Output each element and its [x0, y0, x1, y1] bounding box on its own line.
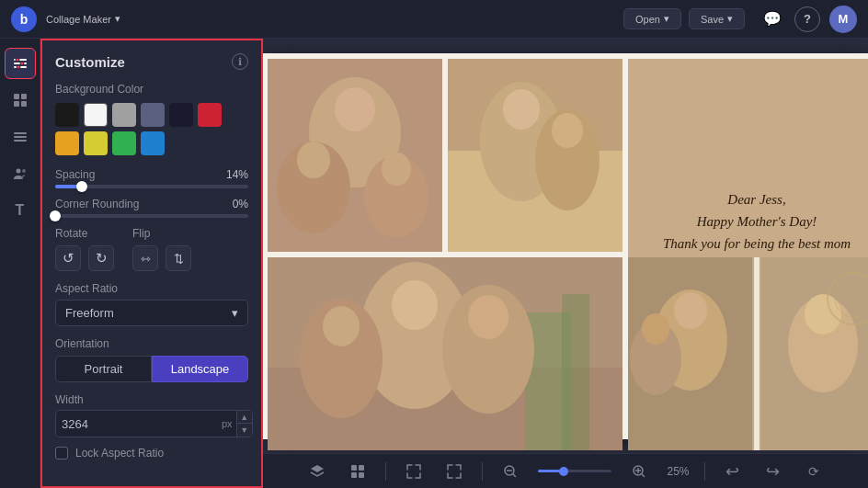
- aspect-ratio-chevron-icon: ▾: [232, 306, 238, 320]
- svg-point-14: [22, 169, 26, 173]
- zoom-in-icon[interactable]: [626, 459, 652, 484]
- spacing-slider-track[interactable]: [55, 185, 248, 188]
- portrait-button[interactable]: Portrait: [55, 356, 152, 382]
- swatch-black[interactable]: [55, 103, 79, 127]
- panel-title: Customize: [55, 54, 125, 70]
- corner-rounding-slider-track[interactable]: [55, 214, 248, 218]
- layers-icon: [12, 129, 29, 145]
- lock-aspect-ratio-row: Lock Aspect Ratio: [55, 447, 248, 460]
- width-spinners: ▲ ▼: [236, 411, 252, 437]
- background-color-label: Background Color: [55, 83, 248, 96]
- canvas-area: Dear Jess, Happy Mother's Day! Thank you…: [263, 39, 868, 488]
- svg-point-47: [805, 294, 841, 335]
- panel-info-icon[interactable]: ℹ: [232, 53, 248, 70]
- swatch-red[interactable]: [198, 103, 222, 127]
- svg-rect-6: [14, 94, 19, 99]
- svg-point-45: [642, 313, 669, 345]
- photo-cell-2[interactable]: [448, 59, 622, 252]
- svg-rect-10: [14, 132, 27, 134]
- spacing-slider-row: Spacing 14%: [55, 168, 248, 188]
- rotate-label: Rotate: [55, 227, 114, 240]
- app-name-button[interactable]: Collage Maker ▾: [46, 13, 120, 25]
- redo-button[interactable]: ↪: [760, 459, 786, 484]
- photo-2-image: [448, 59, 622, 252]
- flip-vertical-button[interactable]: ⇅: [166, 245, 191, 271]
- aspect-ratio-dropdown[interactable]: Freeform ▾: [55, 300, 248, 326]
- history-button[interactable]: ⟳: [801, 459, 827, 484]
- sidebar-item-people[interactable]: [5, 158, 36, 189]
- save-button[interactable]: Save ▾: [689, 8, 745, 29]
- flip-label: Flip: [132, 227, 191, 240]
- zoom-slider-wrap: [538, 470, 611, 472]
- swatch-darkblue[interactable]: [169, 103, 193, 127]
- sidebar-item-layers[interactable]: [5, 121, 36, 153]
- rotate-cw-button[interactable]: ↻: [88, 245, 114, 271]
- swatch-green[interactable]: [112, 131, 136, 155]
- bottom-divider-3: [704, 462, 705, 481]
- text-icon: T: [16, 202, 25, 219]
- canvas-container: Dear Jess, Happy Mother's Day! Thank you…: [263, 39, 868, 453]
- people-icon: [12, 165, 29, 182]
- app-name-chevron: ▾: [115, 13, 120, 25]
- icon-bar: T: [0, 39, 40, 488]
- undo-button[interactable]: ↩: [720, 459, 746, 484]
- svg-point-37: [468, 295, 508, 339]
- lock-aspect-ratio-label: Lock Aspect Ratio: [75, 447, 164, 460]
- photo-cell-1[interactable]: [268, 59, 442, 252]
- rotate-buttons: ↺ ↻: [55, 245, 114, 271]
- photo-4-image: [628, 257, 868, 450]
- spacing-label: Spacing: [55, 168, 95, 181]
- width-decrement-button[interactable]: ▼: [237, 424, 252, 437]
- width-unit: px: [222, 418, 236, 429]
- open-chevron-icon: ▾: [664, 13, 669, 25]
- zoom-out-icon[interactable]: [497, 459, 523, 484]
- app-name-label: Collage Maker: [46, 14, 111, 25]
- layers-bottom-icon[interactable]: [304, 459, 330, 484]
- svg-point-4: [20, 62, 24, 65]
- landscape-button[interactable]: Landscape: [152, 356, 248, 382]
- zoom-slider[interactable]: [538, 470, 611, 472]
- bottom-divider-1: [385, 462, 386, 481]
- grid-bottom-icon[interactable]: [345, 459, 371, 484]
- svg-point-27: [552, 113, 583, 148]
- aspect-ratio-row: Aspect Ratio Freeform ▾: [55, 282, 248, 326]
- sidebar-item-grid[interactable]: [5, 85, 36, 116]
- photo-cell-4[interactable]: [628, 257, 868, 450]
- swatch-white[interactable]: [84, 103, 108, 127]
- swatch-bluegray[interactable]: [141, 103, 165, 127]
- orientation-buttons: Portrait Landscape: [55, 356, 248, 382]
- sidebar-item-text[interactable]: T: [5, 195, 36, 226]
- width-input[interactable]: [56, 413, 222, 436]
- swatch-gray[interactable]: [112, 103, 136, 127]
- svg-point-3: [16, 58, 19, 62]
- expand-icon[interactable]: [401, 459, 427, 484]
- rotate-ccw-button[interactable]: ↺: [55, 245, 81, 271]
- flip-horizontal-button[interactable]: ⇿: [132, 245, 158, 271]
- width-input-wrap: px ▲ ▼: [55, 410, 253, 437]
- avatar[interactable]: M: [829, 6, 857, 33]
- help-icon[interactable]: ?: [794, 6, 820, 32]
- svg-rect-51: [359, 465, 364, 471]
- svg-rect-9: [21, 101, 27, 107]
- width-increment-button[interactable]: ▲: [237, 411, 252, 424]
- comment-icon[interactable]: 💬: [760, 6, 785, 32]
- sidebar-item-filters[interactable]: [5, 48, 36, 79]
- swatch-orange[interactable]: [55, 131, 79, 155]
- orientation-label: Orientation: [55, 337, 248, 350]
- svg-point-36: [323, 306, 360, 346]
- width-label: Width: [55, 393, 253, 406]
- main-layout: T Customize ℹ Background Color: [0, 39, 868, 488]
- app-logo: b: [11, 6, 37, 32]
- fit-icon[interactable]: [441, 459, 467, 484]
- open-button[interactable]: Open ▾: [623, 8, 681, 29]
- zoom-percentage: 25%: [667, 465, 689, 478]
- svg-point-5: [17, 65, 20, 69]
- lock-aspect-ratio-checkbox[interactable]: [55, 447, 68, 460]
- photo-cell-3[interactable]: [268, 257, 622, 450]
- photo-3-image: [268, 257, 622, 450]
- save-label: Save: [701, 14, 724, 25]
- swatch-yellow[interactable]: [84, 131, 108, 155]
- swatch-blue[interactable]: [141, 131, 165, 155]
- rotate-section: Rotate ↺ ↻: [55, 227, 114, 271]
- svg-point-21: [382, 153, 411, 186]
